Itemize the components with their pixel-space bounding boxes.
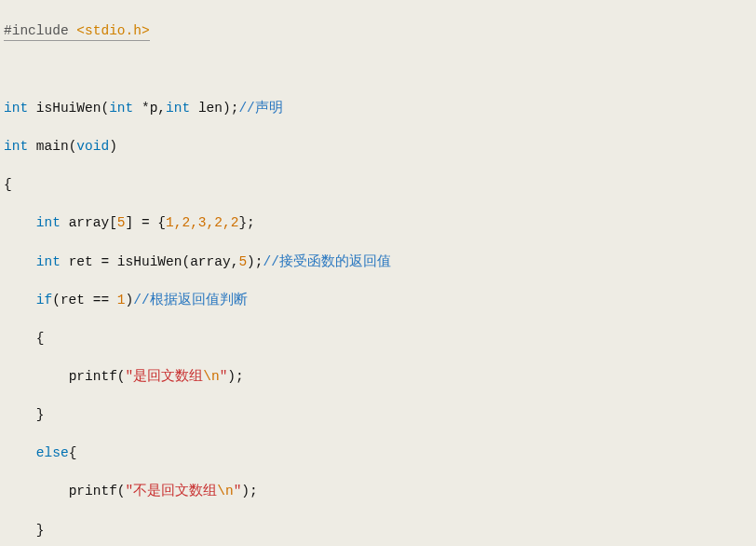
code-line: {	[4, 329, 756, 348]
string-literal: 是回文数组	[133, 369, 203, 384]
code-line: if(ret == 1)//根据返回值判断	[4, 291, 756, 310]
keyword: int	[4, 101, 28, 116]
code-line: int ret = isHuiWen(array,5);//接受函数的返回值	[4, 253, 756, 272]
code-line: }	[4, 521, 756, 540]
code-line: int main(void)	[4, 137, 756, 157]
preproc-include: #include	[4, 23, 69, 38]
comment: //接受函数的返回值	[263, 254, 391, 269]
code-line: else{	[4, 444, 756, 463]
comment: //根据返回值判断	[133, 293, 247, 307]
code-line: int isHuiWen(int *p,int len);//声明	[4, 99, 756, 118]
code-editor-area: #include <stdio.h> int isHuiWen(int *p,i…	[0, 0, 756, 546]
string-literal: 不是回文数组	[133, 484, 217, 498]
header-name: <stdio.h>	[76, 23, 149, 38]
code-line: #include <stdio.h>	[4, 21, 756, 42]
code-line: printf("不是回文数组\n");	[4, 482, 756, 501]
code-line: int array[5] = {1,2,3,2,2};	[4, 213, 756, 233]
code-line	[4, 61, 756, 80]
comment: //声明	[238, 101, 282, 116]
code-line: }	[4, 405, 756, 425]
function-name: isHuiWen	[36, 101, 101, 116]
code-line: printf("是回文数组\n");	[4, 367, 756, 387]
code-line: {	[4, 175, 756, 195]
function-name: main	[36, 139, 69, 154]
